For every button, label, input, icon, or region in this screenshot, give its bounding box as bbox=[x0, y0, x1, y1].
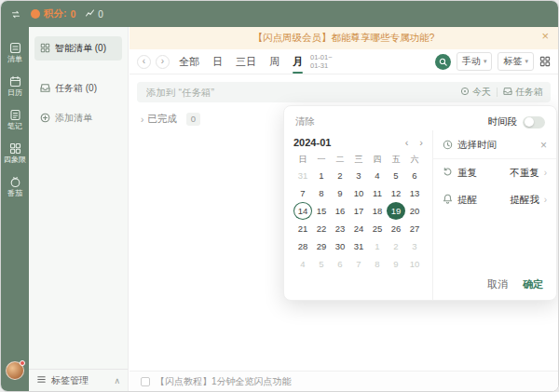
points-display[interactable]: 积分: 0 bbox=[31, 7, 75, 20]
layout-grid-icon[interactable] bbox=[539, 56, 551, 67]
divider bbox=[497, 88, 498, 97]
day-cell[interactable]: 9 bbox=[331, 184, 349, 202]
day-cell[interactable]: 24 bbox=[349, 220, 368, 237]
day-cell[interactable]: 31 bbox=[293, 167, 312, 184]
day-cell[interactable]: 30 bbox=[331, 237, 349, 255]
tutorial-checkbox[interactable] bbox=[141, 377, 150, 386]
clear-time-icon[interactable]: × bbox=[540, 140, 547, 151]
day-cell[interactable]: 29 bbox=[312, 237, 331, 255]
points-label: 积分: bbox=[44, 7, 67, 20]
sidebar-item-lists[interactable]: 清单 bbox=[7, 42, 22, 63]
day-cell[interactable]: 25 bbox=[368, 220, 387, 237]
tag-filter-label: 标签 bbox=[503, 55, 522, 68]
day-cell[interactable]: 19 bbox=[387, 202, 405, 220]
day-cell[interactable]: 15 bbox=[312, 202, 331, 220]
day-cell[interactable]: 6 bbox=[331, 255, 349, 273]
day-cell[interactable]: 27 bbox=[405, 220, 424, 237]
day-cell[interactable]: 5 bbox=[387, 167, 405, 184]
day-cell[interactable]: 8 bbox=[368, 255, 387, 273]
chevron-down-icon: ▾ bbox=[525, 58, 528, 65]
list-item-smart[interactable]: 智能清单 (0) bbox=[34, 36, 122, 61]
popup-actions: 取消 确定 bbox=[433, 277, 556, 291]
date-picker-popup: 清除 时间段 2024-01 ‹ › 日一二三四五六 311 bbox=[283, 105, 557, 301]
day-cell[interactable]: 10 bbox=[405, 255, 424, 273]
day-cell[interactable]: 7 bbox=[293, 184, 312, 202]
user-avatar[interactable] bbox=[6, 361, 24, 380]
cancel-button[interactable]: 取消 bbox=[487, 277, 508, 291]
day-cell[interactable]: 21 bbox=[293, 220, 312, 237]
tab-月[interactable]: 月 bbox=[293, 49, 303, 74]
day-cell[interactable]: 17 bbox=[349, 202, 368, 220]
search-button[interactable] bbox=[435, 54, 451, 70]
tag-manage-button[interactable]: 标签管理 ∧ bbox=[29, 369, 128, 391]
sidebar-item-label: 四象限 bbox=[4, 156, 26, 164]
tag-filter-button[interactable]: 标签 ▾ bbox=[498, 52, 534, 71]
day-cell[interactable]: 12 bbox=[387, 184, 405, 202]
confirm-button[interactable]: 确定 bbox=[523, 277, 543, 291]
repeat-row[interactable]: 重复 不重复 › bbox=[433, 159, 556, 186]
day-cell[interactable]: 2 bbox=[387, 237, 405, 255]
day-cell[interactable]: 23 bbox=[331, 220, 349, 237]
day-cell[interactable]: 8 bbox=[312, 184, 331, 202]
days-grid: 3112345678910111213141516171819202122232… bbox=[293, 167, 423, 273]
weekday-label: 一 bbox=[312, 153, 331, 167]
sidebar-item-quadrant[interactable]: 四象限 bbox=[4, 142, 26, 164]
weekday-label: 四 bbox=[368, 153, 387, 167]
banner-close-icon[interactable]: × bbox=[541, 30, 549, 42]
expand-chevron-icon[interactable]: › bbox=[141, 115, 143, 125]
promo-banner[interactable]: 【闪点周级会员】都能尊享哪些专属功能? × bbox=[130, 27, 558, 49]
next-period-button[interactable]: › bbox=[156, 55, 170, 69]
target-list-button[interactable]: 任务箱 bbox=[503, 86, 543, 99]
day-cell[interactable]: 31 bbox=[349, 237, 368, 255]
tab-全部[interactable]: 全部 bbox=[179, 49, 199, 74]
prev-period-button[interactable]: ‹ bbox=[137, 55, 151, 69]
clear-button[interactable]: 清除 bbox=[295, 115, 315, 128]
prev-month-button[interactable]: ‹ bbox=[405, 137, 409, 148]
tags-icon bbox=[36, 374, 47, 386]
day-cell[interactable]: 16 bbox=[331, 202, 349, 220]
next-month-button[interactable]: › bbox=[419, 137, 423, 148]
plus-icon bbox=[40, 113, 50, 125]
sidebar-item-notes[interactable]: 笔记 bbox=[7, 109, 22, 130]
day-cell[interactable]: 28 bbox=[293, 237, 312, 255]
day-cell[interactable]: 22 bbox=[312, 220, 331, 237]
day-cell[interactable]: 4 bbox=[293, 255, 312, 273]
sort-manual-button[interactable]: 手动 ▾ bbox=[457, 52, 493, 71]
day-cell[interactable]: 5 bbox=[312, 255, 331, 273]
list-item-taskbox[interactable]: 任务箱 (0) bbox=[34, 77, 122, 100]
day-cell[interactable]: 18 bbox=[368, 202, 387, 220]
day-cell[interactable]: 13 bbox=[405, 184, 424, 202]
day-cell[interactable]: 11 bbox=[368, 184, 387, 202]
day-cell[interactable]: 9 bbox=[387, 255, 405, 273]
select-time-row[interactable]: 选择时间 × bbox=[433, 132, 556, 159]
sync-icon[interactable] bbox=[10, 9, 21, 20]
day-cell[interactable]: 1 bbox=[312, 167, 331, 184]
sidebar-item-calendar[interactable]: 日历 bbox=[7, 75, 22, 97]
day-cell[interactable]: 26 bbox=[387, 220, 405, 237]
sidebar-item-pomodoro[interactable]: 番茄 bbox=[7, 176, 22, 197]
task-input[interactable] bbox=[144, 86, 460, 99]
day-cell[interactable]: 2 bbox=[331, 167, 349, 184]
tab-周[interactable]: 周 bbox=[269, 49, 280, 74]
day-cell[interactable]: 7 bbox=[349, 255, 368, 273]
day-cell[interactable]: 3 bbox=[349, 167, 368, 184]
remind-row[interactable]: 提醒 提醒我 › bbox=[433, 186, 556, 213]
day-cell[interactable]: 6 bbox=[405, 167, 424, 184]
add-list-button[interactable]: 添加清单 bbox=[34, 107, 122, 129]
tab-日[interactable]: 日 bbox=[212, 49, 223, 74]
toolbar-right: 手动 ▾ 标签 ▾ bbox=[435, 52, 551, 71]
day-cell[interactable]: 3 bbox=[405, 237, 424, 255]
collapse-chevron-icon[interactable]: ∧ bbox=[114, 376, 120, 385]
tutorial-text: 【闪点教程】1分钟全览闪点功能 bbox=[156, 375, 292, 388]
due-today-button[interactable]: 今天 bbox=[460, 86, 491, 99]
day-cell[interactable]: 4 bbox=[368, 167, 387, 184]
day-cell[interactable]: 14 bbox=[293, 202, 312, 220]
calendar: 2024-01 ‹ › 日一二三四五六 31123456789101112131… bbox=[284, 130, 433, 300]
time-range-toggle[interactable] bbox=[523, 116, 545, 128]
clock-icon bbox=[443, 140, 453, 152]
day-cell[interactable]: 20 bbox=[405, 202, 424, 220]
day-cell[interactable]: 10 bbox=[349, 184, 368, 202]
day-cell[interactable]: 1 bbox=[368, 237, 387, 255]
tab-三日[interactable]: 三日 bbox=[236, 49, 256, 74]
trend-display[interactable]: 0 bbox=[85, 8, 103, 20]
